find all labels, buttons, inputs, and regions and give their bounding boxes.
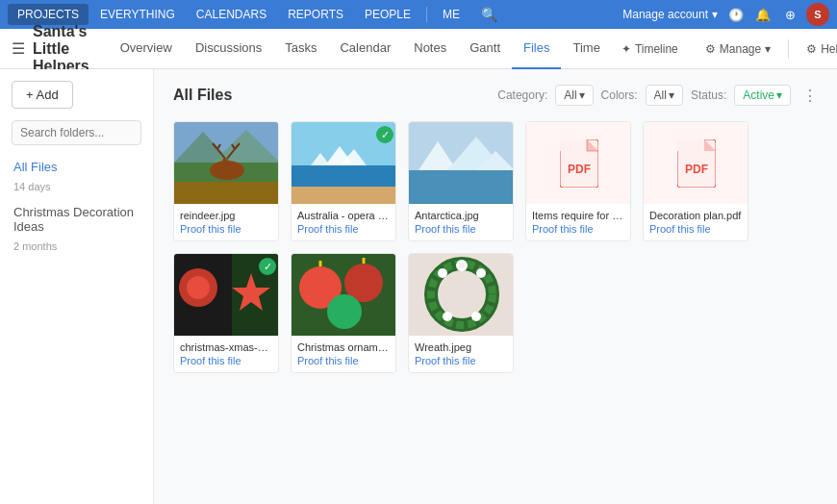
chevron-down-icon: ▾ bbox=[712, 8, 718, 21]
file-card-antarctica[interactable]: Antarctica.jpg Proof this file bbox=[408, 121, 514, 241]
svg-point-38 bbox=[187, 276, 210, 299]
tab-overview[interactable]: Overview bbox=[109, 29, 184, 69]
sidebar-all-files[interactable]: All Files bbox=[0, 155, 153, 179]
help-button[interactable]: ⚙ Help bbox=[797, 38, 837, 60]
file-card-wreath[interactable]: Wreath.jpeg Proof this file bbox=[408, 253, 514, 373]
file-info-wreath: Wreath.jpeg bbox=[409, 336, 513, 355]
file-thumbnail-reindeer bbox=[174, 122, 279, 204]
bell-icon[interactable]: 🔔 bbox=[752, 4, 774, 25]
svg-rect-15 bbox=[292, 187, 396, 204]
status-filter[interactable]: Active ▾ bbox=[734, 85, 791, 106]
file-name-items-pdf: Items require for deco... bbox=[532, 210, 624, 221]
top-icons: 🕐 🔔 ⊕ S bbox=[725, 3, 829, 26]
svg-point-42 bbox=[327, 294, 362, 329]
status-label: Status: bbox=[691, 88, 726, 102]
secondary-navigation: ☰ Santa's Little Helpers Overview Discus… bbox=[0, 29, 837, 69]
filters: Category: All ▾ Colors: All ▾ Status: Ac… bbox=[497, 85, 818, 106]
search-folders-input[interactable] bbox=[12, 120, 141, 145]
file-info-antarctica: Antarctica.jpg bbox=[409, 204, 513, 223]
main-layout: + Add All Files 14 days Christmas Decora… bbox=[0, 69, 837, 504]
tab-notes[interactable]: Notes bbox=[402, 29, 458, 69]
sparkle-icon: ✦ bbox=[621, 42, 631, 56]
nav-divider bbox=[788, 39, 789, 59]
file-info-australia: Australia - opera hous... bbox=[292, 204, 395, 223]
file-card-reindeer[interactable]: reindeer.jpg Proof this file bbox=[173, 121, 279, 241]
tab-gantt[interactable]: Gantt bbox=[458, 29, 512, 69]
nav-people[interactable]: PEOPLE bbox=[355, 4, 420, 25]
gear-icon: ⚙ bbox=[705, 42, 716, 56]
colors-label: Colors: bbox=[601, 88, 638, 102]
file-card-ornaments[interactable]: Christmas ornaments.... Proof this file bbox=[291, 253, 396, 373]
svg-rect-32 bbox=[677, 139, 704, 151]
help-icon: ⚙ bbox=[806, 42, 817, 56]
hamburger-menu[interactable]: ☰ bbox=[12, 39, 25, 58]
file-info-ornaments: Christmas ornaments.... bbox=[292, 336, 395, 355]
proof-link-ornaments[interactable]: Proof this file bbox=[292, 355, 395, 372]
add-button[interactable]: + Add bbox=[12, 81, 73, 109]
nav-search[interactable]: 🔍 bbox=[471, 3, 507, 26]
proof-link-christmas-santa[interactable]: Proof this file bbox=[174, 355, 278, 372]
nav-calendars[interactable]: CALENDARS bbox=[187, 4, 276, 25]
plus-circle-icon[interactable]: ⊕ bbox=[779, 4, 800, 25]
category-filter[interactable]: All ▾ bbox=[555, 85, 593, 106]
file-name-antarctica: Antarctica.jpg bbox=[415, 210, 507, 221]
svg-point-53 bbox=[443, 312, 452, 321]
avatar[interactable]: S bbox=[806, 3, 829, 26]
svg-point-51 bbox=[476, 268, 486, 278]
file-thumbnail-wreath bbox=[409, 254, 514, 336]
tab-time[interactable]: Time bbox=[561, 29, 611, 69]
file-card-items-pdf[interactable]: PDF Items require for deco... Proof this… bbox=[525, 121, 631, 241]
proof-link-reindeer[interactable]: Proof this file bbox=[174, 223, 278, 240]
top-navigation: PROJECTS EVERYTHING CALENDARS REPORTS PE… bbox=[0, 0, 837, 29]
sidebar-folder-christmas[interactable]: Christmas Decoration Ideas bbox=[0, 200, 153, 239]
proof-link-wreath[interactable]: Proof this file bbox=[409, 355, 513, 372]
category-label: Category: bbox=[497, 88, 547, 102]
check-badge-australia: ✓ bbox=[376, 126, 393, 143]
more-options-icon[interactable]: ⋮ bbox=[802, 87, 818, 105]
nav-everything[interactable]: EVERYTHING bbox=[90, 4, 185, 25]
proof-link-australia[interactable]: Proof this file bbox=[292, 223, 395, 240]
file-card-australia[interactable]: ✓ Australia - opera hous... Proof this f… bbox=[291, 121, 396, 241]
content-title: All Files bbox=[173, 87, 232, 104]
svg-point-50 bbox=[459, 263, 465, 268]
file-card-christmas-santa[interactable]: ✓ christmas-xmas-santa... Proof this fil… bbox=[173, 253, 279, 373]
chevron-down-icon: ▾ bbox=[776, 88, 782, 102]
chevron-down-icon: ▾ bbox=[765, 42, 771, 56]
nav-reports[interactable]: REPORTS bbox=[278, 4, 353, 25]
svg-point-52 bbox=[438, 268, 447, 278]
content-header: All Files Category: All ▾ Colors: All ▾ … bbox=[173, 85, 818, 106]
sec-nav-tabs: Overview Discussions Tasks Calendar Note… bbox=[109, 29, 612, 69]
svg-rect-14 bbox=[292, 165, 396, 187]
proof-link-decoration-pdf[interactable]: Proof this file bbox=[644, 223, 748, 240]
chevron-down-icon: ▾ bbox=[669, 88, 674, 102]
svg-text:PDF: PDF bbox=[685, 163, 708, 176]
check-badge-christmas: ✓ bbox=[259, 258, 276, 275]
file-name-decoration-pdf: Decoration plan.pdf bbox=[649, 210, 742, 221]
clock-icon[interactable]: 🕐 bbox=[725, 4, 747, 25]
nav-divider bbox=[426, 7, 427, 22]
proof-link-items-pdf[interactable]: Proof this file bbox=[526, 223, 630, 240]
manage-account-button[interactable]: Manage account ▾ bbox=[622, 8, 718, 21]
tab-tasks[interactable]: Tasks bbox=[273, 29, 328, 69]
tab-files[interactable]: Files bbox=[512, 29, 561, 69]
tab-discussions[interactable]: Discussions bbox=[184, 29, 273, 69]
file-grid: reindeer.jpg Proof this file bbox=[173, 121, 818, 373]
nav-me[interactable]: ME bbox=[433, 4, 469, 25]
svg-point-54 bbox=[471, 312, 481, 321]
chevron-down-icon: ▾ bbox=[579, 88, 585, 102]
timeline-button[interactable]: ✦ Timeline bbox=[612, 38, 688, 60]
manage-button[interactable]: ⚙ Manage ▾ bbox=[696, 38, 780, 60]
file-info-christmas-santa: christmas-xmas-santa... bbox=[174, 336, 278, 355]
top-nav-right: Manage account ▾ 🕐 🔔 ⊕ S bbox=[622, 3, 829, 26]
proof-link-antarctica[interactable]: Proof this file bbox=[409, 223, 513, 240]
file-name-ornaments: Christmas ornaments.... bbox=[297, 341, 390, 353]
tab-calendar[interactable]: Calendar bbox=[328, 29, 402, 69]
file-name-wreath: Wreath.jpeg bbox=[415, 341, 507, 353]
svg-text:PDF: PDF bbox=[568, 163, 591, 176]
file-card-decoration-pdf[interactable]: PDF Decoration plan.pdf Proof this file bbox=[643, 121, 748, 241]
file-thumbnail-ornaments bbox=[292, 254, 396, 336]
colors-filter[interactable]: All ▾ bbox=[646, 85, 683, 106]
file-thumbnail-christmas-santa: ✓ bbox=[174, 254, 279, 336]
file-info-decoration-pdf: Decoration plan.pdf bbox=[644, 204, 748, 223]
sec-nav-right: ✦ Timeline ⚙ Manage ▾ ⚙ Help bbox=[612, 38, 837, 60]
